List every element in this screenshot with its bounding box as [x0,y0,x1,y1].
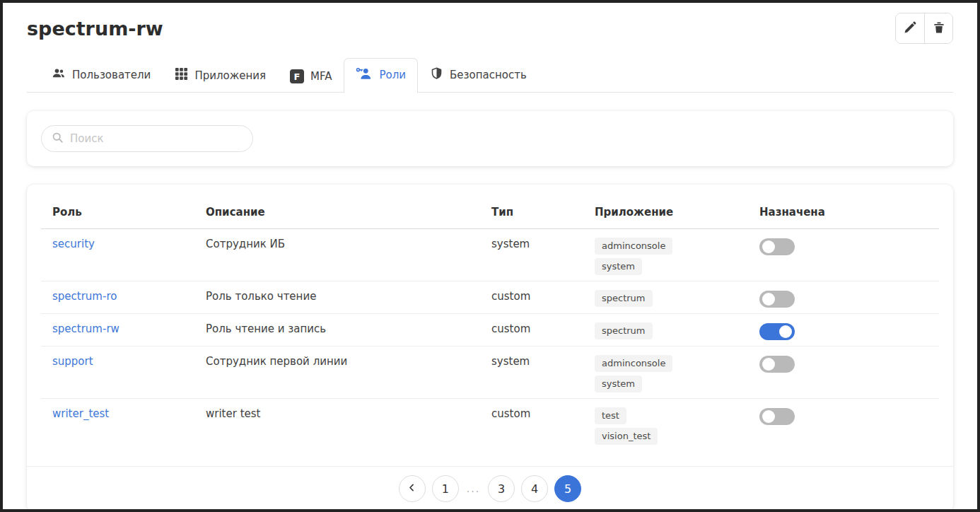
role-type: system [480,229,583,281]
toggle-knob [762,240,775,253]
pagination-prev-button[interactable] [399,475,426,502]
column-header-description: Описание [194,190,480,229]
pagination-page-button[interactable]: 4 [521,475,548,502]
app-badge: spectrum [595,322,653,339]
app-badge: system [595,376,642,392]
app-badge-list: adminconsole system [595,238,737,275]
role-type: custom [480,314,583,347]
app-window: spectrum-rw [0,0,980,512]
column-header-role: Роль [41,190,194,229]
pagination-page-button[interactable]: 3 [488,475,515,502]
table-row: security Сотрудник ИБ system adminconsol… [41,229,939,281]
tab-label: Роли [379,69,406,81]
assigned-toggle[interactable] [759,238,795,255]
delete-button[interactable] [924,13,952,43]
assigned-toggle[interactable] [759,356,795,373]
tab-users[interactable]: Пользователи [40,58,163,92]
table-header-row: Роль Описание Тип Приложение Назначена [41,190,939,229]
shield-icon [430,66,443,83]
app-badge: system [595,258,642,275]
tab-mfa[interactable]: F MFA [278,61,344,92]
role-type: custom [480,281,583,314]
toggle-knob [779,325,792,338]
table-row: support Сотрудник первой линии system ad… [41,347,939,399]
search-input[interactable] [70,132,243,145]
page-title: spectrum-rw [27,18,163,40]
table-row: spectrum-rw Роль чтение и запись custom … [41,314,939,347]
assigned-toggle[interactable] [759,408,795,425]
apps-grid-icon [175,67,188,83]
role-link[interactable]: support [52,355,93,368]
app-badge-list: adminconsole system [595,355,737,392]
search-card [27,111,953,166]
app-badge: adminconsole [595,238,672,255]
app-badge: adminconsole [595,355,672,372]
app-badge-list: test vision_test [595,407,737,445]
role-type: custom [480,399,583,467]
role-key-person-icon [356,66,373,83]
pagination: 1 ... 3 4 5 [27,466,953,512]
role-description: Роль чтение и запись [194,314,480,347]
role-description: Сотрудник ИБ [194,229,480,281]
role-link[interactable]: spectrum-rw [52,322,119,335]
trash-icon [932,21,946,37]
tab-bar: Пользователи Приложения F MFA [27,58,953,93]
role-description: Сотрудник первой линии [194,347,480,399]
pencil-icon [903,21,917,37]
toggle-knob [762,410,775,423]
pagination-page-button[interactable]: 1 [432,475,459,502]
app-badge: spectrum [595,290,653,307]
role-link[interactable]: security [52,238,95,250]
app-badge-list: spectrum [595,322,737,339]
toggle-knob [762,293,775,306]
app-badge: vision_test [595,428,658,445]
column-header-type: Тип [480,190,583,229]
role-link[interactable]: spectrum-ro [52,290,117,303]
tab-label: Приложения [194,69,266,82]
app-badge: test [595,407,626,424]
search-icon [52,132,64,146]
role-description: Роль только чтение [194,281,480,314]
app-badge-list: spectrum [595,290,737,307]
table-row: writer_test writer test custom test visi… [41,399,939,467]
pagination-ellipsis: ... [465,483,482,494]
tab-label: Безопасность [450,69,527,81]
tab-label: MFA [310,70,332,83]
table-row: spectrum-ro Роль только чтение custom sp… [41,281,939,314]
column-header-assigned: Назначена [748,190,939,229]
chevron-left-icon [407,482,417,496]
tab-security[interactable]: Безопасность [418,58,539,92]
roles-table-card: Роль Описание Тип Приложение Назначена s… [27,185,953,512]
roles-table: Роль Описание Тип Приложение Назначена s… [41,190,939,466]
page-header: spectrum-rw [27,13,953,44]
edit-button[interactable] [896,13,924,43]
header-action-group [895,13,953,44]
toggle-knob [762,358,775,371]
tab-applications[interactable]: Приложения [163,59,278,92]
tab-roles[interactable]: Роли [344,58,418,93]
pagination-page-button[interactable]: 5 [554,475,581,502]
assigned-toggle[interactable] [759,323,795,340]
mfa-icon-letter: F [294,71,301,82]
mfa-icon: F [290,69,304,83]
role-description: writer test [194,399,480,467]
role-link[interactable]: writer_test [52,407,109,420]
column-header-application: Приложение [583,190,748,229]
search-input-wrapper [41,125,253,152]
assigned-toggle[interactable] [759,291,795,308]
tab-label: Пользователи [72,69,151,81]
role-type: system [480,347,583,399]
users-icon [52,66,66,83]
